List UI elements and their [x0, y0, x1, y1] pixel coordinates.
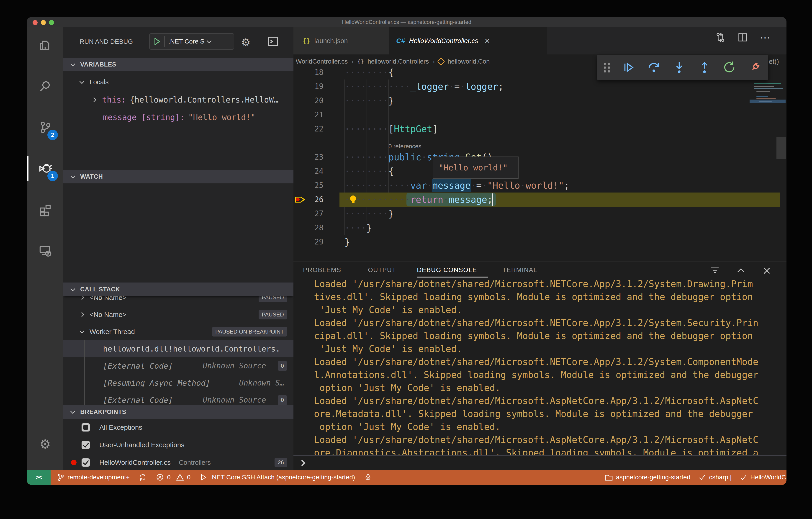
csharp-status-label: csharp | — [709, 474, 731, 481]
thread-name: <No Name> — [90, 311, 126, 318]
watch-section-header[interactable]: WATCH — [63, 170, 293, 183]
prompt-chevron-icon — [299, 460, 305, 466]
breadcrumb-class[interactable]: helloworld.Con — [447, 58, 490, 65]
thread-name: Worker Thread — [90, 328, 135, 336]
debug-console-output[interactable]: Loaded '/usr/share/dotnet/shared/Microso… — [293, 277, 786, 455]
remote-folder-item[interactable]: aspnetcore-getting-started — [604, 473, 690, 482]
close-tab-icon[interactable]: × — [485, 36, 490, 46]
maximize-panel-icon[interactable] — [736, 266, 746, 276]
variable-row-this[interactable]: this: {helloworld.Controllers.HelloW… — [63, 91, 293, 109]
breakpoint-label: User-Unhandled Exceptions — [99, 441, 184, 449]
breadcrumb-method[interactable]: et() — [769, 55, 779, 68]
breakpoint-row[interactable]: User-Unhandled Exceptions — [63, 436, 293, 454]
line-number[interactable]: 23 — [293, 150, 323, 164]
debug-session-item[interactable]: .NET Core SSH Attach (aspnetcore-getting… — [199, 473, 355, 482]
call-stack-section-header[interactable]: CALL STACK — [63, 283, 293, 296]
breakpoints-section-header[interactable]: BREAKPOINTS — [63, 405, 293, 419]
split-editor-icon[interactable] — [738, 32, 748, 42]
checkbox-unchecked[interactable] — [82, 423, 90, 432]
errors-warnings-item[interactable]: 0 0 — [155, 473, 191, 482]
breadcrumb-file[interactable]: WorldController.cs — [296, 58, 348, 65]
explorer-icon[interactable] — [27, 27, 63, 63]
checkbox-checked[interactable] — [82, 441, 90, 449]
line-number[interactable]: 29 — [293, 235, 323, 249]
step-over-button[interactable] — [647, 61, 661, 74]
start-debug-icon[interactable] — [153, 37, 161, 46]
checkbox-checked[interactable] — [82, 458, 90, 467]
code-line: 27········} — [293, 207, 786, 221]
scope-label: Locals — [90, 78, 109, 86]
line-number[interactable]: 21 — [293, 108, 323, 122]
line-number[interactable]: 19 — [293, 80, 323, 94]
code-editor[interactable]: 18········{19············_logger·=·logge… — [293, 67, 786, 279]
settings-gear-icon[interactable]: ⚙ — [27, 426, 63, 462]
restart-button[interactable] — [723, 61, 736, 74]
variable-value: "Hello world!" — [188, 113, 255, 122]
tab-output[interactable]: OUTPUT — [368, 262, 396, 278]
variable-row-message[interactable]: message [string]: "Hello world!" — [63, 109, 293, 126]
stack-frame-label: helloworld.dll!helloworld.Controllers. — [103, 344, 280, 353]
thread-row[interactable]: Worker ThreadPAUSED ON BREAKPOINT — [63, 323, 293, 340]
step-out-button[interactable] — [698, 61, 711, 74]
stack-frame-row[interactable]: [Resuming Async Method]Unknown S… — [63, 374, 293, 392]
debug-config-dropdown[interactable]: .NET Core S — [149, 33, 234, 50]
line-number[interactable]: 24 — [293, 164, 323, 178]
tab-terminal[interactable]: TERMINAL — [502, 262, 538, 278]
breakpoint-row[interactable]: All Exceptions — [63, 419, 293, 436]
editor-scrollbar[interactable] — [777, 137, 786, 159]
search-icon[interactable] — [27, 68, 63, 105]
breadcrumb[interactable]: WorldController.cs › {} helloworld.Contr… — [296, 55, 490, 68]
stack-frame-row[interactable]: [External Code]Unknown Source0 — [63, 357, 293, 374]
remote-explorer-icon[interactable] — [27, 232, 63, 269]
call-stack-section-title: CALL STACK — [80, 286, 120, 293]
sync-icon[interactable] — [138, 473, 147, 482]
open-changes-icon[interactable] — [715, 32, 725, 42]
stack-frame-row[interactable]: [External Code]Unknown Source0 — [63, 392, 293, 405]
chevron-down-icon — [80, 79, 84, 84]
filter-icon[interactable] — [710, 266, 720, 276]
disconnect-button[interactable] — [748, 61, 761, 74]
csharp-status-item[interactable]: csharp | — [698, 473, 731, 482]
window-title: HelloWorldController.cs — aspnetcore-get… — [27, 17, 786, 27]
debug-console-input[interactable] — [293, 455, 786, 470]
line-number[interactable]: 28 — [293, 221, 323, 235]
close-panel-icon[interactable] — [762, 266, 772, 276]
source-control-icon[interactable]: 2 — [27, 109, 63, 146]
tab-helloworldcontroller[interactable]: C# HelloWorldController.cs × — [389, 27, 547, 54]
variable-value: {helloworld.Controllers.HelloW… — [129, 95, 279, 104]
omnisharp-status-item[interactable]: HelloWorldC — [739, 473, 786, 482]
locals-scope-row[interactable]: Locals — [63, 74, 293, 91]
drag-grip-icon[interactable] — [604, 63, 610, 73]
flame-icon[interactable] — [364, 473, 372, 482]
step-into-button[interactable] — [673, 61, 686, 74]
stack-frame-row[interactable]: helloworld.dll!helloworld.Controllers. — [63, 340, 293, 357]
tab-debug-console[interactable]: DEBUG CONSOLE — [417, 262, 477, 278]
line-number[interactable]: 22 — [293, 122, 323, 136]
debug-settings-gear-icon[interactable]: ⚙ — [241, 36, 251, 49]
thread-status-badge: PAUSED ON BREAKPOINT — [212, 327, 287, 337]
remote-indicator[interactable]: >< — [27, 470, 51, 485]
call-stack-list: <No Name>PAUSED<No Name>PAUSEDWorker Thr… — [63, 296, 293, 405]
git-branch-item[interactable]: remote-development+ — [57, 473, 129, 482]
tab-problems[interactable]: PROBLEMS — [303, 262, 341, 278]
more-actions-icon[interactable]: ⋯ — [760, 32, 771, 43]
lightbulb-icon[interactable] — [348, 195, 358, 205]
extensions-icon[interactable] — [27, 191, 63, 228]
breadcrumb-namespace[interactable]: helloworld.Controllers — [368, 58, 429, 65]
breakpoint-row[interactable]: HelloWorldController.csControllers26 — [63, 454, 293, 470]
line-number[interactable]: 18 — [293, 67, 323, 80]
line-number[interactable]: 20 — [293, 94, 323, 108]
tab-launch-json[interactable]: {} launch.json — [293, 27, 389, 54]
line-number[interactable]: 25 — [293, 178, 323, 193]
current-line-breakpoint-icon[interactable] — [295, 194, 308, 205]
chevron-down-icon — [80, 328, 84, 333]
run-and-debug-icon[interactable]: 1 — [27, 150, 63, 186]
error-count: 0 — [167, 474, 171, 481]
thread-row[interactable]: <No Name>PAUSED — [63, 296, 293, 306]
frame-count-badge: 0 — [278, 395, 287, 405]
variables-section-header[interactable]: VARIABLES — [63, 58, 293, 71]
continue-button[interactable] — [622, 61, 635, 74]
open-debug-console-icon[interactable] — [267, 36, 279, 47]
line-number[interactable]: 27 — [293, 207, 323, 221]
thread-row[interactable]: <No Name>PAUSED — [63, 306, 293, 323]
